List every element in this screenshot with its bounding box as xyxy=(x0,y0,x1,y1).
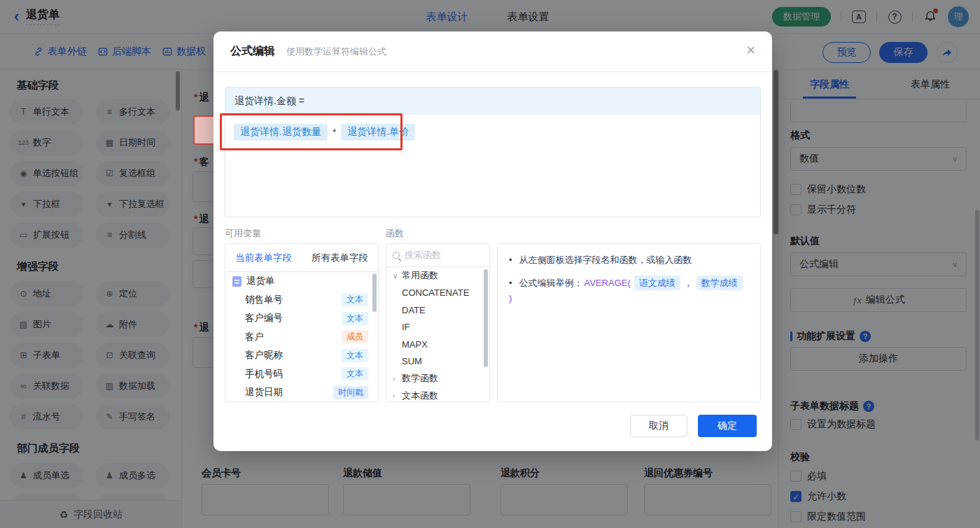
formula-edit-modal: 公式编辑 使用数学运算符编辑公式 × 退货详情.金额 = 退货详情.退货数量 *… xyxy=(214,31,772,451)
functions-panel: 搜索函数 ∨常用函数 CONCATENATE DATE IF MAPX SUM … xyxy=(386,243,490,402)
example-function-open: AVERAGE( xyxy=(584,276,631,290)
functions-section-label: 函数 xyxy=(386,227,404,240)
type-tag: 文本 xyxy=(342,293,368,306)
modal-title: 公式编辑 xyxy=(230,44,275,59)
type-tag: 文本 xyxy=(342,312,368,325)
function-item[interactable]: DATE xyxy=(386,301,489,319)
type-tag: 成员 xyxy=(342,330,368,343)
tip-line-1: • 从左侧面板选择字段名和函数，或输入函数 xyxy=(509,253,749,267)
type-tag: 时间戳 xyxy=(333,386,368,399)
function-group-common[interactable]: ∨常用函数 xyxy=(386,267,489,285)
close-icon[interactable]: × xyxy=(746,43,755,58)
type-tag: 文本 xyxy=(342,349,368,362)
variable-row[interactable]: 客户昵称文本 xyxy=(225,346,378,365)
function-group-text[interactable]: ›文本函数 xyxy=(386,387,489,403)
formula-token-quantity[interactable]: 退货详情.退货数量 xyxy=(234,124,328,141)
app-window: ‹ 退货单 表单设计 表单设置 数据管理 A ? 理 表单外链 后端脚本 xyxy=(0,0,980,528)
modal-subtitle: 使用数学运算符编辑公式 xyxy=(286,45,386,58)
variables-panel: 当前表单字段 所有表单字段 退货单 销售单号文本 客户编号文本 客户成员 客户昵… xyxy=(225,243,379,402)
search-icon xyxy=(393,252,400,259)
formula-target: 退货详情.金额 = xyxy=(225,87,760,115)
function-item[interactable]: IF xyxy=(386,319,489,336)
function-group-math[interactable]: ›数学函数 xyxy=(386,370,489,387)
tab-all-form-fields[interactable]: 所有表单字段 xyxy=(302,244,378,271)
variable-row[interactable]: 客户编号文本 xyxy=(225,309,378,328)
variables-section-label: 可用变量 xyxy=(225,227,261,240)
type-tag: 文本 xyxy=(342,367,368,380)
formula-token-unit-price[interactable]: 退货详情.单价 xyxy=(341,124,415,141)
variable-row[interactable]: 退货日期时间戳 xyxy=(225,383,378,402)
confirm-button[interactable]: 确定 xyxy=(698,415,757,437)
cancel-button[interactable]: 取消 xyxy=(630,415,687,437)
function-search-input[interactable]: 搜索函数 xyxy=(386,244,489,267)
formula-editor[interactable]: 退货详情.金额 = 退货详情.退货数量 * 退货详情.单价 xyxy=(225,87,761,217)
variable-tree-root[interactable]: 退货单 xyxy=(225,272,378,291)
example-function-close: ) xyxy=(509,292,512,306)
variables-scrollbar[interactable] xyxy=(372,273,377,312)
variable-row[interactable]: 销售单号文本 xyxy=(225,291,378,310)
variable-row[interactable]: 手机号码文本 xyxy=(225,365,378,384)
tab-current-form-fields[interactable]: 当前表单字段 xyxy=(225,244,302,271)
variable-row[interactable]: 客户成员 xyxy=(225,328,378,347)
functions-scrollbar[interactable] xyxy=(484,269,488,367)
form-doc-icon xyxy=(232,276,241,287)
formula-operator: * xyxy=(332,127,336,138)
tips-panel: • 从左侧面板选择字段名和函数，或输入函数 • 公式编辑举例： AVERAGE(… xyxy=(497,243,761,402)
function-item[interactable]: SUM xyxy=(386,353,489,371)
example-arg-2: 数学成绩 xyxy=(696,276,743,291)
example-arg-1: 语文成绩 xyxy=(634,276,680,291)
function-item[interactable]: MAPX xyxy=(386,336,489,353)
tip-line-2: • 公式编辑举例： AVERAGE( 语文成绩 ， 数学成绩 ) xyxy=(509,276,749,306)
formula-expression: 退货详情.退货数量 * 退货详情.单价 xyxy=(225,115,760,150)
variables-tabs: 当前表单字段 所有表单字段 xyxy=(225,244,378,272)
modal-header: 公式编辑 使用数学运算符编辑公式 × xyxy=(214,31,772,72)
function-item[interactable]: CONCATENATE xyxy=(386,285,489,302)
